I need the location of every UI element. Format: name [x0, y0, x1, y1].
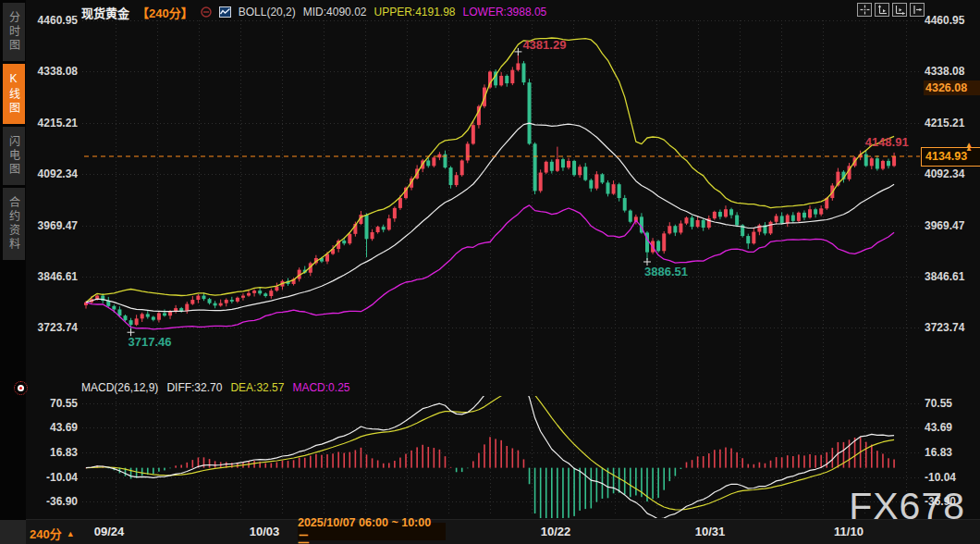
- sidebar-footer: [0, 520, 26, 544]
- pan-crosshair-icon[interactable]: [857, 3, 872, 17]
- macd-header: MACD(26,12,9) DIFF:32.70 DEA:32.57 MACD:…: [81, 381, 349, 394]
- triangle-up-icon: ▲: [67, 529, 75, 538]
- trading-chart-window: 4460.954460.954338.084338.084215.214215.…: [0, 0, 980, 544]
- x-axis-scale-icon[interactable]: [892, 3, 907, 17]
- period-badge: 【240分】: [137, 4, 193, 21]
- minus-circle-icon[interactable]: [201, 6, 212, 18]
- boll-lower-value: LOWER:3988.05: [463, 6, 547, 19]
- macd-params-label: MACD(26,12,9): [81, 381, 158, 394]
- sidebar: 分时图 K线图 闪电图 合约资料: [0, 0, 26, 544]
- footer-bar: 240分 ▲ 09/2410/0310/2210/3111/10 2025/10…: [26, 519, 980, 544]
- alert-price-label: 4326.08: [924, 80, 980, 95]
- price-up-arrows-icon: ▲▲: [965, 143, 973, 152]
- boll-label: BOLL(20,2): [239, 6, 296, 19]
- sidebar-tab-contract-info[interactable]: 合约资料: [3, 188, 25, 260]
- x-axis-tick: 10/22: [541, 525, 571, 538]
- footer-period-label: 240分: [30, 525, 62, 542]
- sidebar-tab-lightning[interactable]: 闪电图: [3, 127, 25, 185]
- mini-chart-icon: [219, 6, 231, 18]
- macd-diff-value: DIFF:32.70: [166, 381, 222, 394]
- footer-period-selector[interactable]: 240分 ▲: [30, 525, 75, 542]
- x-axis-tick: 10/03: [250, 525, 280, 538]
- x-axis-tick: 09/24: [94, 525, 125, 538]
- sidebar-tab-timeshare[interactable]: 分时图: [3, 3, 25, 61]
- sidebar-tab-kline[interactable]: K线图: [3, 64, 25, 124]
- selected-candle-range: 2025/10/07 06:00 ~ 10:00 二: [298, 523, 446, 540]
- symbol-name: 现货黄金: [81, 4, 129, 21]
- x-axis-tick: 10/31: [695, 525, 726, 538]
- collapse-right-icon[interactable]: [910, 3, 925, 17]
- chart-canvas[interactable]: [0, 0, 980, 544]
- chart-toolbar: [857, 3, 925, 17]
- x-axis-tick: 11/10: [834, 525, 864, 538]
- live-status-icon: [14, 381, 28, 395]
- macd-macd-value: MACD:0.25: [292, 381, 349, 394]
- macd-dea-value: DEA:32.57: [230, 381, 284, 394]
- y-axis-scale-icon[interactable]: [875, 3, 889, 17]
- boll-mid-value: MID:4090.02: [303, 6, 367, 19]
- chart-header: 现货黄金 【240分】 BOLL(20,2) MID:4090.02 UPPER…: [81, 5, 546, 19]
- boll-upper-value: UPPER:4191.98: [374, 6, 455, 19]
